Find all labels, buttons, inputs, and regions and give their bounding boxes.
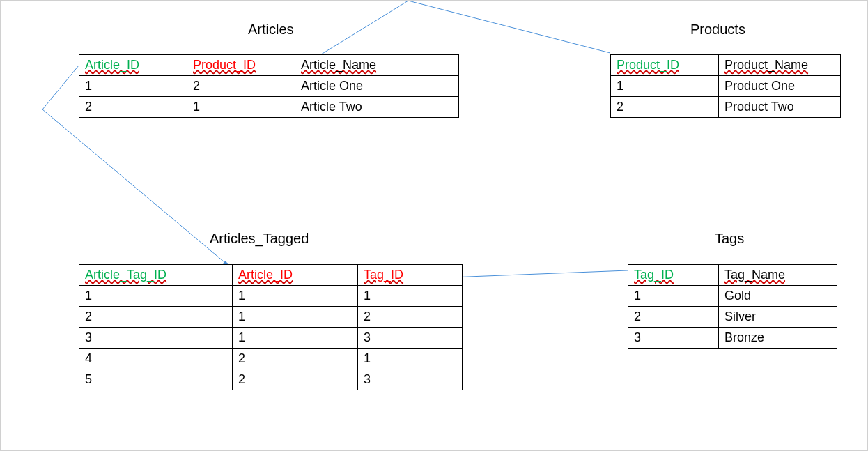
cell: Article Two [295, 97, 459, 118]
articles-header-row: Article_ID Product_ID Article_Name [79, 55, 459, 76]
cell: 2 [628, 307, 719, 328]
articles-title: Articles [248, 22, 294, 38]
cell: 1 [611, 76, 719, 97]
cell: 3 [358, 328, 463, 349]
articles-tagged-header-row: Article_Tag_ID Article_ID Tag_ID [79, 265, 463, 286]
cell: 1 [187, 97, 295, 118]
cell: 1 [628, 286, 719, 307]
cell: Silver [719, 307, 837, 328]
cell: 2 [358, 307, 463, 328]
col-product-name: Product_Name [724, 58, 808, 72]
table-row: 2 Product Two [611, 97, 841, 118]
cell: 2 [79, 97, 187, 118]
cell: 3 [79, 328, 233, 349]
cell: 1 [358, 349, 463, 369]
table-row: 2 1 2 [79, 307, 463, 328]
table-row: 1 2 Article One [79, 76, 459, 97]
cell: Bronze [719, 328, 837, 349]
articles-tagged-table: Article_Tag_ID Article_ID Tag_ID 1 1 1 2… [79, 264, 463, 390]
cell: 3 [358, 369, 463, 390]
table-row: 5 2 3 [79, 369, 463, 390]
col-tag-name: Tag_Name [724, 268, 785, 282]
cell: 1 [79, 286, 233, 307]
cell: 2 [611, 97, 719, 118]
col-product-id-fk: Product_ID [193, 58, 256, 72]
table-row: 2 Silver [628, 307, 837, 328]
products-header-row: Product_ID Product_Name [611, 55, 841, 76]
cell: 1 [233, 307, 358, 328]
col-tag-id-pk: Tag_ID [634, 268, 674, 282]
table-row: 1 Product One [611, 76, 841, 97]
table-row: 1 1 1 [79, 286, 463, 307]
articles-table: Article_ID Product_ID Article_Name 1 2 A… [79, 54, 459, 118]
cell: Article One [295, 76, 459, 97]
tags-table: Tag_ID Tag_Name 1 Gold 2 Silver 3 Bronze [628, 264, 837, 349]
cell: 2 [233, 369, 358, 390]
articles-tagged-title: Articles_Tagged [210, 231, 309, 247]
cell: 3 [628, 328, 719, 349]
col-article-id: Article_ID [85, 58, 139, 72]
products-title: Products [690, 22, 745, 38]
tags-title: Tags [715, 231, 744, 247]
table-row: 3 Bronze [628, 328, 837, 349]
table-row: 1 Gold [628, 286, 837, 307]
cell: Product One [719, 76, 841, 97]
cell: 1 [79, 76, 187, 97]
cell: 2 [79, 307, 233, 328]
col-product-id-pk: Product_ID [617, 58, 679, 72]
col-tag-id-fk: Tag_ID [364, 268, 403, 282]
table-row: 3 1 3 [79, 328, 463, 349]
col-article-id-fk: Article_ID [238, 268, 293, 282]
cell: Gold [719, 286, 837, 307]
cell: 2 [187, 76, 295, 97]
cell: Product Two [719, 97, 841, 118]
products-table: Product_ID Product_Name 1 Product One 2 … [610, 54, 841, 118]
cell: 1 [233, 328, 358, 349]
cell: 1 [233, 286, 358, 307]
cell: 2 [233, 349, 358, 369]
col-article-tag-id: Article_Tag_ID [85, 268, 166, 282]
cell: 4 [79, 349, 233, 369]
er-diagram-canvas: Articles Article_ID Product_ID Article_N… [0, 0, 868, 451]
col-article-name: Article_Name [301, 58, 376, 72]
cell: 5 [79, 369, 233, 390]
tags-header-row: Tag_ID Tag_Name [628, 265, 837, 286]
table-row: 4 2 1 [79, 349, 463, 369]
table-row: 2 1 Article Two [79, 97, 459, 118]
cell: 1 [358, 286, 463, 307]
